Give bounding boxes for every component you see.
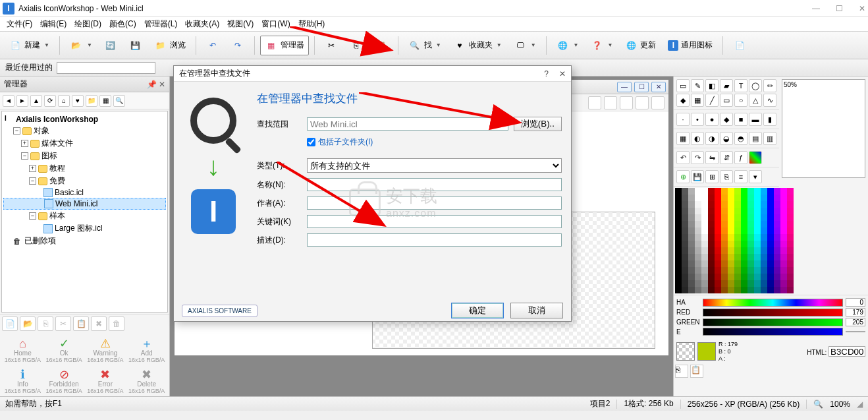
icon-cell[interactable]: ✖Delete16x16 RGB/A (126, 367, 167, 396)
color-swatch[interactable] (688, 260, 695, 267)
color-swatch[interactable] (715, 260, 721, 267)
action-icon[interactable]: 📋 (73, 316, 89, 331)
doc-tool-icon[interactable] (636, 96, 649, 109)
color-swatch[interactable] (721, 221, 728, 227)
color-swatch[interactable] (780, 274, 787, 280)
new-button[interactable]: 📄新建▼ (4, 36, 54, 55)
rect-icon[interactable]: ▭ (720, 94, 733, 107)
action-icon[interactable]: ✂ (55, 316, 71, 331)
action-icon[interactable]: 📄 (2, 316, 18, 331)
color-swatch[interactable] (734, 201, 741, 208)
color-swatch[interactable] (747, 214, 754, 221)
color-swatch[interactable] (688, 241, 695, 247)
color-swatch[interactable] (715, 267, 721, 274)
color-swatch[interactable] (701, 267, 708, 274)
color-swatch[interactable] (767, 227, 774, 234)
color-swatch[interactable] (734, 267, 741, 274)
color-swatch[interactable] (741, 274, 747, 280)
color-swatch[interactable] (688, 208, 695, 214)
color-swatch[interactable] (682, 287, 688, 293)
color-swatch[interactable] (741, 260, 747, 267)
color-swatch[interactable] (675, 247, 682, 254)
color-swatch[interactable] (754, 274, 761, 280)
color-swatch[interactable] (774, 214, 780, 221)
color-swatch[interactable] (754, 195, 761, 201)
color-swatch[interactable] (787, 260, 794, 267)
pin-icon[interactable]: 📌 (147, 80, 157, 89)
size-icon[interactable]: ▮ (763, 113, 776, 126)
heart-tree-icon[interactable]: ♥ (72, 95, 84, 107)
color-swatch[interactable] (688, 234, 695, 241)
swatch-add-icon[interactable]: ⊞ (705, 170, 719, 183)
color-swatch[interactable] (761, 287, 767, 293)
color-swatch[interactable] (695, 201, 701, 208)
color-swatch[interactable] (754, 188, 761, 195)
color-swatch[interactable] (708, 188, 715, 195)
color-swatch[interactable] (715, 241, 721, 247)
hue-slider[interactable] (703, 299, 843, 307)
color-swatch[interactable] (774, 234, 780, 241)
color-swatch[interactable] (734, 208, 741, 214)
browse-button[interactable]: 📁浏览 (149, 36, 190, 55)
color-swatch[interactable] (682, 201, 688, 208)
color-swatch[interactable] (734, 234, 741, 241)
color-swatch[interactable] (682, 247, 688, 254)
color-swatch[interactable] (747, 208, 754, 214)
size-icon[interactable]: ◆ (720, 113, 733, 126)
author-input[interactable] (307, 196, 562, 210)
color-swatch[interactable] (741, 267, 747, 274)
color-swatch[interactable] (761, 195, 767, 201)
color-swatch[interactable] (701, 214, 708, 221)
color-swatch[interactable] (695, 188, 701, 195)
color-swatch[interactable] (715, 280, 721, 287)
color-swatch[interactable] (728, 280, 734, 287)
color-swatch[interactable] (682, 234, 688, 241)
color-swatch[interactable] (754, 247, 761, 254)
color-swatch[interactable] (767, 214, 774, 221)
maximize-button[interactable]: ☐ (836, 4, 843, 13)
color-swatch[interactable] (734, 241, 741, 247)
color-swatch[interactable] (734, 280, 741, 287)
scope-input[interactable] (307, 117, 508, 131)
color-swatch[interactable] (741, 254, 747, 260)
color-swatch[interactable] (715, 254, 721, 260)
name-input[interactable] (307, 178, 562, 191)
ellipse-icon[interactable]: ○ (734, 94, 747, 107)
tree-item[interactable]: +媒体文件 (3, 137, 166, 150)
doc-tool-icon[interactable] (604, 96, 617, 109)
color-swatch[interactable] (741, 280, 747, 287)
color-swatch[interactable] (787, 201, 794, 208)
menu-file[interactable]: 文件(F) (7, 18, 32, 30)
color-swatch[interactable] (721, 267, 728, 274)
color-swatch[interactable] (774, 208, 780, 214)
green-slider[interactable] (703, 318, 843, 326)
color-swatch[interactable] (747, 254, 754, 260)
color-swatch[interactable] (682, 267, 688, 274)
color-swatch[interactable] (688, 221, 695, 227)
action-icon[interactable]: ✖ (91, 316, 107, 331)
color-swatch[interactable] (728, 247, 734, 254)
action-icon[interactable]: ⎘ (38, 316, 53, 331)
color-swatch[interactable] (682, 254, 688, 260)
menu-edit[interactable]: 编辑(E) (40, 18, 67, 30)
doc-tool-icon[interactable] (588, 96, 601, 109)
search-button[interactable]: 🔍找▼ (404, 36, 446, 55)
icon-cell[interactable]: ⌂Home16x16 RGB/A (3, 336, 43, 365)
curve-icon[interactable]: ∿ (763, 94, 776, 107)
color-swatch[interactable] (754, 227, 761, 234)
color-swatch[interactable] (741, 227, 747, 234)
size-icon[interactable]: · (676, 113, 690, 126)
color-swatch[interactable] (761, 188, 767, 195)
color-swatch[interactable] (708, 201, 715, 208)
color-swatch[interactable] (688, 195, 695, 201)
color-swatch[interactable] (682, 208, 688, 214)
color-swatch[interactable] (780, 214, 787, 221)
color-swatch[interactable] (721, 201, 728, 208)
tree-root[interactable]: IAxialis IconWorkshop (3, 114, 166, 125)
color-swatch[interactable] (721, 247, 728, 254)
color-swatch[interactable] (787, 274, 794, 280)
color-swatch[interactable] (728, 221, 734, 227)
menu-window[interactable]: 窗口(W) (261, 18, 290, 30)
color-swatch[interactable] (761, 214, 767, 221)
color-swatch[interactable] (701, 208, 708, 214)
